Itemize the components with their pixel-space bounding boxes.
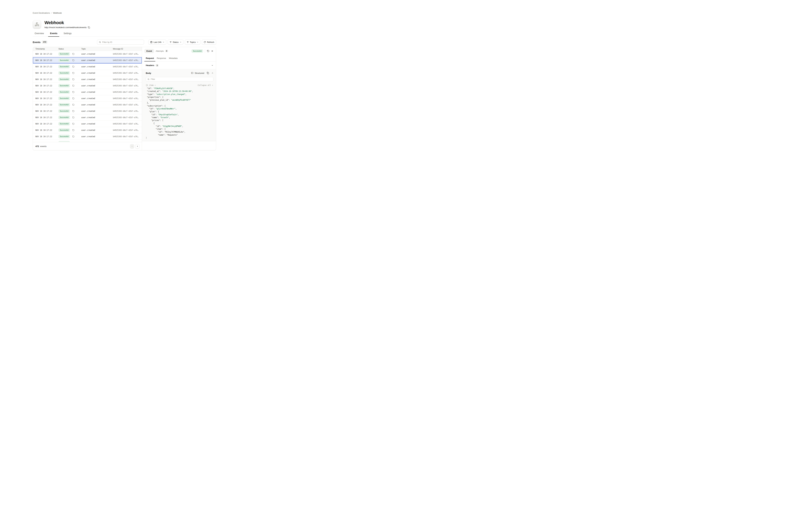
retry-row-button[interactable]	[72, 59, 74, 61]
retry-icon	[72, 72, 74, 74]
event-topic: user.created	[81, 123, 113, 125]
event-row[interactable]: NOV 18 10:17:22Successfuluser.createdb49…	[33, 70, 142, 76]
event-message-id: b4925365-b8cf-42b7-a76…	[113, 59, 142, 61]
table-footer: 472 events	[33, 142, 142, 150]
event-topic: user.created	[81, 53, 113, 55]
event-timestamp: NOV 18 10:17:22	[35, 129, 58, 131]
attempts-count-badge: 3	[165, 50, 168, 52]
structured-view-toggle[interactable]: {} Structured	[191, 72, 204, 74]
event-message-id: b4925365-b8cf-42b7-a76…	[113, 97, 142, 99]
retry-row-button[interactable]	[72, 65, 74, 68]
tab-overview[interactable]: Overview	[33, 32, 46, 37]
retry-icon	[72, 84, 74, 87]
attempts-view-button[interactable]: Attempts 3	[156, 50, 168, 52]
retry-row-button[interactable]	[72, 91, 74, 93]
event-row[interactable]: NOV 18 10:17:22Successfuluser.createdb49…	[33, 82, 142, 89]
event-message-id: b4925365-b8cf-42b7-a76…	[113, 72, 142, 74]
chevron-right-icon	[136, 146, 138, 147]
event-row[interactable]: NOV 18 10:17:22Successfuluser.createdb49…	[33, 95, 142, 101]
table-header-row: Timestamp Status Topic Message ID	[33, 47, 142, 51]
tab-response[interactable]: Response	[155, 57, 168, 61]
retry-icon	[72, 116, 74, 119]
event-status-cell: Successful	[58, 90, 81, 94]
json-line: "subscription": {	[146, 104, 213, 107]
event-status-cell: Successful	[58, 109, 81, 113]
json-root-summary[interactable]: {1 item ↑	[146, 84, 156, 87]
tab-request[interactable]: Request	[144, 57, 155, 61]
close-panel-button[interactable]	[211, 50, 213, 52]
event-topic: user.created	[81, 97, 113, 99]
chevron-down-icon	[211, 64, 213, 66]
copy-icon	[207, 72, 209, 74]
event-topic: user.created	[81, 84, 113, 87]
retry-icon	[72, 91, 74, 93]
copy-url-button[interactable]	[88, 26, 90, 28]
previous-page-button[interactable]	[130, 144, 134, 149]
event-row[interactable]: NOV 18 10:17:22Successfuluser.createdb49…	[33, 108, 142, 114]
headers-section-toggle[interactable]: Headers 3	[142, 61, 216, 69]
event-view-button[interactable]: Event	[144, 49, 154, 53]
refresh-icon	[204, 41, 206, 43]
event-topic: user.created	[81, 78, 113, 80]
topics-filter-button[interactable]: Topics	[185, 40, 201, 44]
retry-icon	[207, 50, 209, 52]
retry-row-button[interactable]	[72, 84, 74, 87]
event-topic: user.created	[81, 116, 113, 119]
event-topic: user.created	[81, 135, 113, 138]
event-message-id: b4925365-b8cf-42b7-a76…	[113, 123, 142, 125]
retry-event-button[interactable]	[207, 50, 209, 52]
event-row[interactable]: NOV 18 10:17:22Successfuluser.createdb49…	[33, 51, 142, 57]
search-input[interactable]	[102, 41, 142, 43]
detail-header: Event Attempts 3 Successful	[142, 47, 216, 55]
event-row[interactable]: NOV 18 10:17:22Successfuluser.createdb49…	[33, 133, 142, 140]
destination-avatar	[33, 20, 41, 28]
table-body: NOV 18 10:17:22Successfuluser.createdb49…	[33, 51, 142, 142]
column-header-timestamp: Timestamp	[35, 48, 58, 50]
copy-body-button[interactable]	[207, 72, 209, 74]
event-status-cell: Successful	[58, 135, 81, 138]
body-filter-box[interactable]	[146, 77, 213, 81]
event-row[interactable]: NOV 18 10:17:22Successfuluser.createdb49…	[33, 127, 142, 133]
destination-url: http://mock.hookdeck.com/webhooks/events	[44, 26, 87, 28]
chevron-down-icon	[180, 41, 182, 43]
event-row[interactable]: NOV 18 10:17:22Successfuluser.createdb49…	[33, 76, 142, 82]
event-row[interactable]: NOV 18 10:17:22Successfuluser.createdb49…	[33, 89, 142, 95]
chevron-down-icon	[163, 41, 164, 43]
status-filter-button[interactable]: Status	[168, 40, 184, 44]
time-filter-button[interactable]: Last 24h	[148, 40, 166, 44]
collapse-all-button[interactable]: Collapse all ↑	[198, 84, 213, 87]
status-badge: Successful	[58, 65, 70, 68]
collapse-body-button[interactable]	[211, 72, 213, 74]
event-row[interactable]: NOV 18 10:17:22Successfuluser.createdb49…	[33, 114, 142, 121]
retry-row-button[interactable]	[72, 72, 74, 74]
event-row[interactable]: NOV 18 10:17:22Successfuluser.createdb49…	[33, 121, 142, 127]
retry-row-button[interactable]	[72, 78, 74, 80]
tab-settings[interactable]: Settings	[62, 32, 74, 37]
event-row[interactable]: NOV 18 10:17:22Successfuluser.createdb49…	[33, 63, 142, 70]
retry-row-button[interactable]	[72, 104, 74, 106]
retry-row-button[interactable]	[72, 129, 74, 131]
filter-by-id-search[interactable]	[97, 40, 144, 44]
event-row[interactable]: NOV 18 10:17:22Successfuluser.createdb49…	[33, 57, 142, 63]
retry-row-button[interactable]	[72, 97, 74, 99]
event-status-cell: Successful	[58, 129, 81, 132]
body-section-title: Body	[146, 72, 151, 74]
json-line: "prices": [	[146, 119, 213, 122]
event-row[interactable]: NOV 18 10:17:22Successfuluser.createdb49…	[33, 140, 142, 142]
event-row[interactable]: NOV 18 10:17:22Successfuluser.createdb49…	[33, 101, 142, 108]
refresh-button[interactable]: Refresh	[202, 40, 216, 44]
tab-metadata[interactable]: Metadata	[168, 57, 179, 61]
event-timestamp: NOV 18 10:17:22	[35, 123, 58, 125]
breadcrumb-parent-link[interactable]: Event Destinations	[33, 12, 50, 14]
breadcrumb-separator: /	[51, 12, 52, 14]
json-line: "id": "QJgg9WrS4vyQPNdR",	[146, 125, 213, 128]
retry-row-button[interactable]	[72, 135, 74, 138]
retry-row-button[interactable]	[72, 110, 74, 112]
body-filter-input[interactable]	[151, 78, 212, 80]
retry-row-button[interactable]	[72, 53, 74, 55]
next-page-button[interactable]	[135, 144, 139, 149]
retry-row-button[interactable]	[72, 116, 74, 119]
status-badge: Successful	[58, 109, 70, 113]
tab-events[interactable]: Events	[48, 32, 59, 37]
retry-row-button[interactable]	[72, 123, 74, 125]
